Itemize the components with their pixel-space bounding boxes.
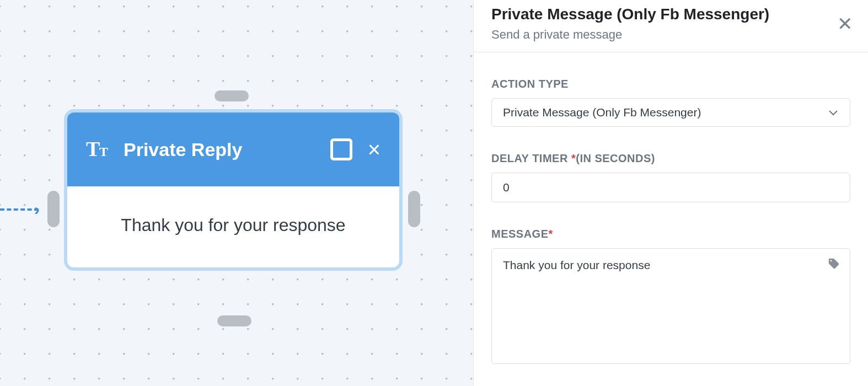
required-asterisk: * (549, 228, 553, 240)
delay-timer-input[interactable] (492, 173, 850, 202)
action-type-label: ACTION TYPE (491, 78, 850, 90)
delay-timer-suffix: (IN SECONDS) (576, 152, 655, 164)
required-asterisk: * (571, 152, 576, 164)
node-handle-top[interactable] (215, 90, 249, 101)
delay-timer-label: DELAY TIMER *(IN SECONDS) (491, 152, 850, 165)
delay-timer-field-wrap (491, 173, 850, 202)
svg-text:T: T (86, 138, 100, 160)
node-title: Private Reply (124, 139, 330, 160)
edge-arrow-head-icon: › (34, 202, 40, 217)
action-type-select[interactable]: Private Message (Only Fb Messenger) (491, 98, 850, 127)
tag-icon[interactable] (828, 258, 840, 270)
flow-canvas[interactable]: › T T Private Reply × Thank you for your… (0, 0, 473, 386)
message-field-wrap (491, 248, 850, 364)
expand-icon[interactable] (330, 138, 352, 160)
action-type-section: ACTION TYPE Private Message (Only Fb Mes… (474, 78, 868, 127)
delay-timer-section: DELAY TIMER *(IN SECONDS) (474, 152, 868, 202)
delay-timer-label-text: DELAY TIMER (491, 152, 571, 164)
action-type-value: Private Message (Only Fb Messenger) (503, 106, 701, 119)
message-label: MESSAGE* (491, 228, 850, 240)
panel-header: Private Message (Only Fb Messenger) Send… (474, 0, 868, 52)
node-body-text: Thank you for your response (67, 186, 399, 267)
svg-text:T: T (99, 144, 108, 159)
chevron-down-icon (828, 107, 839, 118)
panel-subtitle: Send a private message (491, 28, 851, 42)
close-icon: ✕ (837, 13, 853, 34)
text-format-icon: T T (86, 138, 111, 160)
properties-panel: Private Message (Only Fb Messenger) Send… (473, 0, 868, 386)
node-handle-right[interactable] (408, 191, 420, 227)
panel-title: Private Message (Only Fb Messenger) (491, 6, 851, 23)
node-close-icon[interactable]: × (368, 138, 381, 160)
node-private-reply[interactable]: T T Private Reply × Thank you for your r… (64, 109, 403, 271)
node-handle-bottom[interactable] (217, 315, 251, 326)
edge-line-segment (0, 208, 39, 211)
panel-close-button[interactable]: ✕ (837, 14, 853, 33)
node-handle-left[interactable] (47, 191, 60, 227)
message-section: MESSAGE* (474, 228, 868, 364)
node-header: T T Private Reply × (67, 112, 399, 186)
message-label-text: MESSAGE (491, 228, 549, 240)
message-textarea[interactable] (492, 249, 850, 363)
